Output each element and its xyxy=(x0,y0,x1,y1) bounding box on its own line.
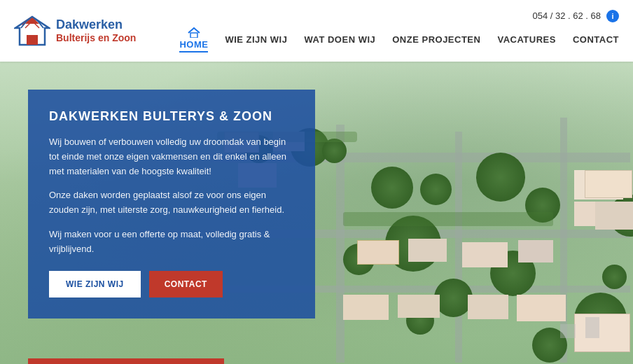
logo-text: Dakwerken Bulterijs en Zoon xyxy=(56,18,136,44)
header: Dakwerken Bulterijs en Zoon 054 / 32 . 6… xyxy=(0,0,633,62)
nav-wat-doen-wij[interactable]: WAT DOEN WIJ xyxy=(304,34,375,45)
nav-onze-projecten[interactable]: ONZE PROJECTEN xyxy=(392,34,480,45)
svg-marker-1 xyxy=(27,35,38,45)
svg-rect-4 xyxy=(190,33,197,38)
nav-contact[interactable]: CONTACT xyxy=(573,34,619,45)
hero-paragraph-1: Wij bouwen of verbouwen volledig uw droo… xyxy=(49,135,294,178)
nav-vacatures[interactable]: VACATURES xyxy=(497,34,555,45)
contact-button[interactable]: CONTACT xyxy=(149,271,223,298)
info-icon[interactable]: i xyxy=(606,10,619,22)
header-right: 054 / 32 . 62 . 68 i HOME WIE ZIJN WIJ W… xyxy=(179,10,619,52)
hero-paragraph-2: Onze daken worden geplaatst alsof ze voo… xyxy=(49,188,294,218)
hero-paragraph-3: Wij maken voor u een offerte op maat, vo… xyxy=(49,227,294,257)
nav-wie-zijn-wij[interactable]: WIE ZIJN WIJ xyxy=(225,34,287,45)
top-bar: 054 / 32 . 62 . 68 i xyxy=(532,10,619,22)
logo[interactable]: Dakwerken Bulterijs en Zoon xyxy=(14,15,136,46)
hero-title: DAKWERKEN BULTERYS & ZOON xyxy=(49,109,294,124)
phone-number: 054 / 32 . 62 . 68 xyxy=(532,10,601,21)
btn-row: WIE ZIJN WIJ CONTACT xyxy=(49,271,294,298)
wie-zijn-wij-button[interactable]: WIE ZIJN WIJ xyxy=(49,271,141,298)
main-nav: HOME WIE ZIJN WIJ WAT DOEN WIJ ONZE PROJ… xyxy=(179,27,619,52)
nav-home[interactable]: HOME xyxy=(179,27,208,52)
bottom-red-bar xyxy=(28,358,224,364)
logo-icon xyxy=(14,15,50,46)
content-box: DAKWERKEN BULTERYS & ZOON Wij bouwen of … xyxy=(28,90,315,318)
